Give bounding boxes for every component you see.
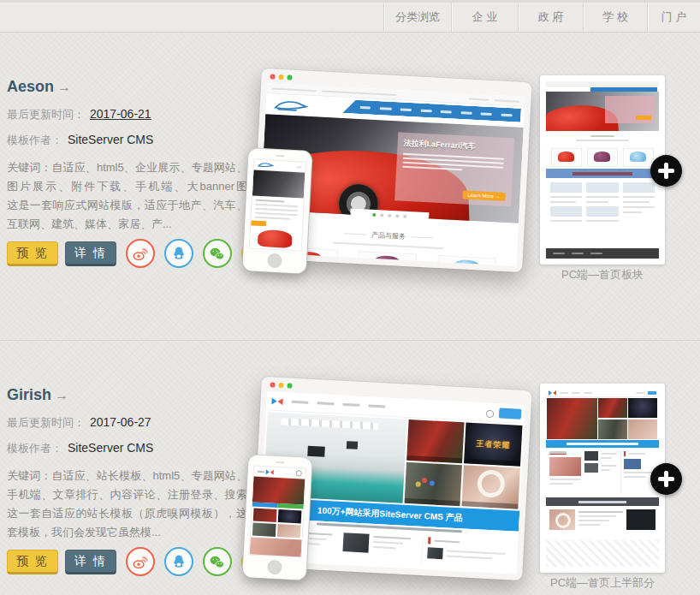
thumbnail-card[interactable] — [540, 75, 665, 265]
top-nav: 分类浏览 企 业 政 府 学 校 门 户 — [0, 0, 700, 33]
template-info: Girish→ 最后更新时间：2017-06-27 模板作者：SiteServe… — [7, 386, 247, 542]
wechat-share-icon[interactable] — [203, 239, 232, 268]
keywords-text: 关键词：自适应、站长模板、html5、专题网站、手机端、文章排行、内容评论、注册… — [7, 467, 247, 542]
phone-preview-mockup — [242, 148, 311, 274]
author-value: SiteServer CMS — [68, 133, 153, 146]
phone-home-button — [267, 559, 282, 574]
template-row-aeson: Aeson→ 最后更新时间：2017-06-21 模板作者：SiteServer… — [0, 73, 700, 287]
phone-cartoon-car — [250, 227, 302, 250]
qq-share-icon[interactable] — [164, 239, 193, 268]
preview-button[interactable]: 预 览 — [7, 550, 58, 574]
updated-row: 最后更新时间：2017-06-27 — [7, 415, 247, 431]
hero-overlay: 法拉利LaFerrari汽车 Learn More → — [394, 132, 514, 206]
detail-button[interactable]: 详 情 — [65, 550, 116, 574]
author-value: SiteServer CMS — [68, 441, 153, 455]
phone-image-grid — [251, 506, 304, 539]
search-icon — [486, 410, 494, 418]
row-divider — [0, 340, 700, 341]
template-name-link[interactable]: Aeson→ — [7, 78, 247, 96]
author-label: 模板作者： — [7, 442, 62, 455]
template-name[interactable]: Aeson — [7, 78, 54, 95]
preview-button[interactable]: 预 览 — [7, 241, 58, 266]
site-logo-icon — [271, 397, 282, 405]
author-row: 模板作者：SiteServer CMS — [7, 133, 247, 148]
expand-plus-button[interactable] — [650, 155, 682, 187]
thumbnail-mini-page — [546, 81, 659, 259]
thumbnail-caption: PC端—首页上半部分 — [531, 575, 673, 591]
bikes-image — [404, 462, 462, 506]
actions-bar: 预 览 详 情 — [7, 547, 270, 576]
game-logo-text: 王者荣耀 — [476, 438, 511, 451]
arrow-icon: → — [55, 388, 68, 402]
updated-value: 2017-06-27 — [90, 415, 151, 429]
thumbnail-mini-page — [546, 390, 659, 567]
phone-bottom-image — [250, 537, 302, 556]
weibo-share-icon[interactable] — [126, 547, 155, 576]
site-logo-icon — [272, 98, 311, 116]
phone-preview-mockup — [242, 455, 311, 580]
phone-car-photo — [252, 170, 305, 198]
expand-plus-button[interactable] — [650, 463, 682, 495]
phone-screen — [250, 160, 306, 251]
phone-orange-button — [251, 220, 266, 226]
arrow-icon: → — [57, 80, 71, 94]
author-row: 模板作者：SiteServer CMS — [7, 441, 247, 456]
thumbnail-card[interactable] — [540, 384, 665, 573]
hero-title: 法拉利LaFerrari汽车 — [403, 138, 508, 154]
updated-label: 最后更新时间： — [7, 108, 85, 121]
bracelet-image — [462, 465, 520, 509]
section-title: 产品与服务 — [344, 229, 433, 242]
phone-feature-image — [252, 476, 305, 504]
updated-label: 最后更新时间： — [7, 416, 85, 429]
phone-home-button — [267, 253, 282, 268]
detail-button[interactable]: 详 情 — [65, 241, 116, 266]
browser-window-dots — [270, 74, 292, 80]
game-image: 王者荣耀 — [464, 422, 522, 466]
updated-value[interactable]: 2017-06-21 — [90, 107, 151, 121]
browser-window-dots — [270, 382, 292, 388]
pingpong-image — [406, 419, 465, 463]
phone-speaker — [276, 461, 284, 464]
thumbnail-caption: PC端—首页板块 — [531, 267, 673, 283]
keywords-text: 关键词：自适应、html5、企业展示、专题网站、图片展示、附件下载、手机端、大b… — [7, 158, 247, 234]
login-button — [499, 408, 522, 419]
nav-item-government[interactable]: 政 府 — [518, 3, 583, 32]
template-row-girish: Girish→ 最后更新时间：2017-06-27 模板作者：SiteServe… — [0, 381, 700, 595]
updated-row: 最后更新时间：2017-06-21 — [7, 107, 247, 122]
template-name[interactable]: Girish — [7, 386, 51, 403]
template-gallery-page: 分类浏览 企 业 政 府 学 校 门 户 Aeson→ 最后更新时间：2017-… — [0, 0, 700, 595]
product-card-purple-car — [358, 251, 417, 266]
learn-more-button: Learn More → — [462, 190, 506, 201]
phone-screen — [250, 467, 306, 557]
author-label: 模板作者： — [7, 134, 62, 146]
template-name-link[interactable]: Girish→ — [7, 386, 247, 404]
qq-share-icon[interactable] — [164, 547, 193, 576]
weibo-share-icon[interactable] — [126, 239, 155, 268]
product-card-blue — [436, 255, 495, 266]
phone-speaker — [276, 155, 284, 158]
nav-item-category-browse[interactable]: 分类浏览 — [383, 3, 451, 32]
nav-item-portal[interactable]: 门 户 — [647, 3, 700, 32]
actions-bar: 预 览 详 情 — [7, 239, 270, 268]
template-info: Aeson→ 最后更新时间：2017-06-21 模板作者：SiteServer… — [7, 78, 247, 234]
wechat-share-icon[interactable] — [203, 547, 232, 576]
nav-item-enterprise[interactable]: 企 业 — [451, 3, 518, 32]
nav-item-school[interactable]: 学 校 — [583, 3, 647, 32]
